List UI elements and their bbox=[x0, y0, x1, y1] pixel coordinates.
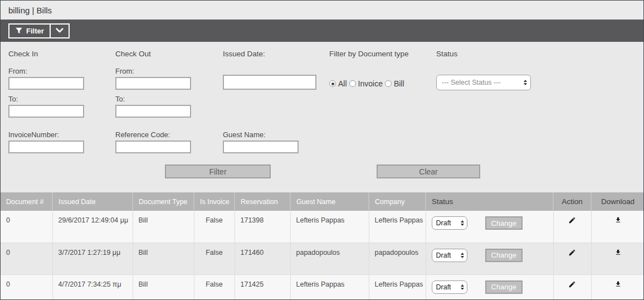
filter-button-label: Filter bbox=[26, 27, 44, 35]
cell-download bbox=[591, 274, 644, 300]
download-button[interactable] bbox=[614, 216, 622, 225]
cell-company: Lefteris Pappas bbox=[369, 274, 426, 300]
radio-all-label: All bbox=[338, 79, 347, 88]
row-status-select[interactable]: Draft bbox=[432, 280, 467, 294]
change-status-button[interactable]: Change bbox=[485, 280, 523, 294]
row-status-select[interactable]: Draft bbox=[432, 249, 467, 262]
funnel-icon bbox=[15, 27, 23, 35]
reference-code-group: Reference Code: bbox=[115, 130, 223, 153]
row-status-select-value: Draft bbox=[436, 251, 451, 259]
status-filter-label: Status bbox=[436, 50, 575, 58]
cell-action bbox=[553, 243, 591, 274]
cell-action bbox=[553, 274, 591, 300]
download-icon bbox=[614, 280, 622, 288]
radio-invoice-label: Invoice bbox=[358, 79, 383, 88]
row-status-select-value: Draft bbox=[436, 219, 451, 227]
check-in-to-input[interactable] bbox=[8, 105, 84, 118]
check-out-to-input[interactable] bbox=[115, 105, 191, 118]
col-header-is-invoice[interactable]: Is Invoice bbox=[194, 192, 235, 211]
cell-is-invoice: False bbox=[194, 211, 235, 243]
status-select[interactable]: --- Select Status --- bbox=[436, 75, 531, 90]
cell-company: papadopoulos bbox=[369, 243, 426, 274]
guest-name-label: Guest Name: bbox=[223, 130, 329, 139]
row-status-select[interactable]: Draft bbox=[432, 216, 467, 230]
clear-button[interactable]: Clear bbox=[377, 164, 480, 178]
cell-reservation: 171460 bbox=[235, 243, 290, 274]
reference-code-input[interactable] bbox=[115, 141, 191, 153]
cell-download bbox=[591, 211, 644, 243]
guest-name-input[interactable] bbox=[223, 141, 299, 153]
col-header-document-number[interactable]: Document # bbox=[1, 192, 52, 211]
select-spinner-icon bbox=[461, 284, 464, 290]
cell-document-type: Bill bbox=[133, 243, 194, 274]
radio-bill-circle[interactable] bbox=[385, 80, 392, 87]
breadcrumb-text: billing | Bills bbox=[8, 6, 52, 15]
select-spinner-icon bbox=[461, 220, 464, 226]
select-spinner-icon bbox=[461, 253, 464, 258]
document-type-label: Filter by Document type bbox=[329, 50, 436, 58]
document-type-group: Filter by Document type All Invoice Bill bbox=[329, 50, 436, 118]
cell-issued-date: 3/7/2017 1:27:19 μμ bbox=[52, 243, 133, 274]
check-out-group: Check Out From: To: bbox=[115, 50, 223, 118]
bills-page: billing | Bills Filter bbox=[0, 0, 644, 300]
cell-guest-name: papadopoulos bbox=[290, 243, 369, 274]
status-filter-group: Status --- Select Status --- bbox=[436, 50, 575, 118]
reference-code-label: Reference Code: bbox=[115, 130, 223, 139]
radio-all-circle[interactable] bbox=[329, 80, 336, 87]
issued-date-group: Issued Date: bbox=[223, 50, 329, 118]
filter-split-button[interactable]: Filter bbox=[8, 23, 70, 38]
col-header-guest-name[interactable]: Guest Name bbox=[290, 192, 369, 211]
col-header-reservation[interactable]: Reservation bbox=[235, 192, 290, 211]
cell-download bbox=[591, 243, 644, 274]
cell-document-number: 0 bbox=[1, 243, 52, 274]
download-icon bbox=[614, 249, 622, 258]
cell-guest-name: Lefteris Pappas bbox=[290, 211, 369, 243]
check-out-from-input[interactable] bbox=[115, 77, 191, 90]
status-select-value: --- Select Status --- bbox=[442, 79, 501, 86]
chevron-down-icon bbox=[55, 27, 64, 34]
col-header-action: Action bbox=[553, 192, 591, 211]
guest-name-group: Guest Name: bbox=[223, 130, 329, 153]
radio-bill[interactable]: Bill bbox=[385, 79, 404, 88]
filter-submit-button[interactable]: Filter bbox=[165, 164, 271, 178]
download-button[interactable] bbox=[614, 249, 622, 258]
pencil-icon bbox=[568, 250, 576, 258]
radio-all[interactable]: All bbox=[329, 79, 347, 88]
table-header-row: Document # Issued Date Document Type Is … bbox=[1, 192, 644, 211]
table-row: 0 4/7/2017 7:34:25 πμ Bill False 171425 … bbox=[1, 274, 644, 300]
radio-invoice[interactable]: Invoice bbox=[349, 79, 383, 88]
bills-table: Document # Issued Date Document Type Is … bbox=[1, 192, 644, 300]
cell-reservation: 171425 bbox=[235, 274, 290, 300]
col-header-status: Status bbox=[426, 192, 553, 211]
select-spinner-icon bbox=[524, 80, 527, 85]
col-header-issued-date[interactable]: Issued Date bbox=[52, 192, 133, 211]
cell-document-number: 0 bbox=[1, 211, 52, 243]
check-in-from-input[interactable] bbox=[8, 77, 84, 90]
invoice-number-input[interactable] bbox=[8, 141, 84, 153]
col-header-document-type[interactable]: Document Type bbox=[133, 192, 194, 211]
filter-dropdown-caret[interactable] bbox=[51, 25, 69, 37]
download-icon bbox=[614, 217, 622, 225]
download-button[interactable] bbox=[614, 280, 622, 289]
cell-document-number: 0 bbox=[1, 274, 52, 300]
radio-invoice-circle[interactable] bbox=[349, 80, 356, 87]
change-status-button[interactable]: Change bbox=[485, 249, 523, 262]
row-status-select-value: Draft bbox=[436, 283, 451, 291]
change-status-button[interactable]: Change bbox=[485, 216, 523, 230]
cell-issued-date: 4/7/2017 7:34:25 πμ bbox=[52, 274, 133, 300]
cell-reservation: 171398 bbox=[235, 211, 290, 243]
document-type-radio-group: All Invoice Bill bbox=[329, 79, 436, 88]
invoice-number-label: InvoiceNumber: bbox=[8, 130, 115, 139]
edit-button[interactable] bbox=[568, 216, 576, 226]
cell-guest-name: Lefteris Pappas bbox=[290, 274, 369, 300]
issued-date-input[interactable] bbox=[223, 75, 316, 90]
edit-button[interactable] bbox=[568, 280, 576, 290]
toolbar: Filter bbox=[1, 20, 643, 42]
col-header-company[interactable]: Company bbox=[369, 192, 426, 211]
cell-is-invoice: False bbox=[194, 243, 235, 274]
table-row: 0 3/7/2017 1:27:19 μμ Bill False 171460 … bbox=[1, 243, 644, 274]
breadcrumb: billing | Bills bbox=[1, 1, 643, 20]
edit-button[interactable] bbox=[568, 249, 576, 258]
cell-issued-date: 29/6/2017 12:49:04 μμ bbox=[52, 211, 133, 243]
filter-toggle-button[interactable]: Filter bbox=[9, 25, 50, 37]
